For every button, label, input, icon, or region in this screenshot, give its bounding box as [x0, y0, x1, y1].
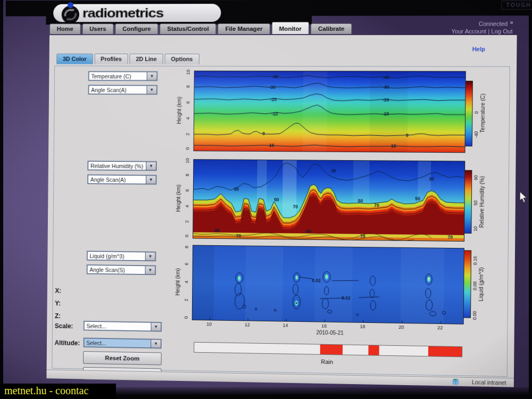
y-coordinate-label: Y:: [55, 300, 61, 307]
colorbar-tick: 0.00: [472, 311, 477, 320]
colorbar-tick: 10: [472, 226, 478, 231]
plot2-ytick: 6: [185, 189, 190, 192]
log-out-link[interactable]: Log Out: [491, 28, 512, 35]
rain-label: Rain: [321, 359, 333, 365]
security-zone-label: Local intranet: [472, 379, 506, 386]
plot3-parameter-value: Liquid (g/m^3): [87, 251, 145, 261]
temperature-heatmap[interactable]: -40-40-30-30-20-20-10-10001010: [193, 71, 466, 153]
nav-tab[interactable]: Calibrate: [311, 23, 352, 34]
rain-segment: [428, 346, 462, 356]
nav-tab[interactable]: File Manager: [218, 23, 270, 34]
altitude-select[interactable]: Select... ▼: [83, 337, 162, 348]
colorbar-tick: 0.16: [472, 256, 478, 265]
time-tick: 22: [437, 325, 443, 330]
plot3-ytick: 2: [184, 298, 189, 301]
view-subtab[interactable]: 2D Line: [130, 54, 163, 64]
logo-bar: radiometrics: [46, 0, 312, 24]
plot2-scan-value: Angle Scan(A): [88, 175, 146, 185]
plot1-ytick: 4: [185, 117, 190, 120]
main-nav-tabs: HomeUsersConfigureStatus/ControlFile Man…: [49, 23, 352, 34]
help-link[interactable]: Help: [472, 46, 485, 52]
plot1-ylabel: Height (km): [176, 97, 182, 124]
plot1-parameter-value: Temperature (C): [89, 71, 147, 80]
plot3-ytick: 0: [184, 316, 189, 319]
plot3-ylabel: Height (km): [174, 268, 180, 296]
colorbar-tick: 90: [473, 175, 478, 180]
plot2-ylabel: Height (km): [175, 185, 181, 212]
link-divider: |: [488, 28, 489, 35]
screen-content: TOUGH radiometrics HomeUsersConfigureSta…: [2, 0, 532, 399]
mouse-cursor: [519, 192, 528, 203]
plot3-colorbar-title: Liquid (g/m^3): [478, 267, 484, 301]
plot1-ytick: 0: [185, 147, 190, 150]
photo-of-screen: TOUGH radiometrics HomeUsersConfigureSta…: [0, 0, 532, 399]
scale-label: Scale:: [55, 322, 73, 330]
plot1-ytick: 10: [186, 70, 191, 75]
scale-value: Select...: [84, 321, 151, 331]
plot1-colorbar-title: Temperature (C): [479, 94, 486, 133]
liquid-heatmap[interactable]: 0.020.02: [192, 245, 464, 324]
time-tick: 12: [245, 322, 250, 327]
scale-select[interactable]: Select... ▼: [84, 321, 162, 332]
time-tick: 18: [360, 324, 365, 329]
plot2-ytick: 8: [185, 173, 190, 176]
plot2-ytick: 10: [185, 158, 190, 163]
plot2-parameter-select[interactable]: Relative Humidity (%) ▼: [87, 161, 157, 171]
view-subtab[interactable]: Options: [164, 54, 199, 64]
plot3-ytick: 6: [184, 263, 189, 265]
humidity-heatmap[interactable]: 30303050505070709090707070: [193, 159, 465, 242]
colorbar-tick: 50: [473, 201, 478, 206]
view-subtabs: 3D ColorProfiles2D LineOptions: [56, 54, 199, 64]
reset-zoom-button[interactable]: Reset Zoom: [83, 351, 162, 365]
altitude-label: Altitude:: [55, 339, 80, 347]
plot1-parameter-select[interactable]: Temperature (C) ▼: [88, 71, 158, 81]
dropdown-arrow-icon[interactable]: ▼: [146, 175, 156, 184]
x-coordinate-label: X:: [55, 287, 61, 295]
dropdown-arrow-icon[interactable]: ▼: [147, 72, 157, 81]
dropdown-arrow-icon[interactable]: ▼: [146, 161, 156, 170]
connection-status: Connected: [479, 21, 508, 27]
dropdown-arrow-icon[interactable]: ▼: [146, 85, 157, 94]
plot2-scan-select[interactable]: Angle Scan(A) ▼: [87, 174, 157, 185]
plot3-ytick: 8: [184, 246, 189, 248]
z-coordinate-label: Z:: [55, 312, 61, 320]
your-account-link[interactable]: Your Account: [451, 28, 486, 35]
plot1-yticks: 1086420: [185, 71, 192, 150]
view-subtab[interactable]: Profiles: [94, 54, 128, 64]
dropdown-arrow-icon[interactable]: ▼: [145, 252, 156, 261]
plot1-ytick: 8: [186, 85, 191, 88]
dropdown-arrow-icon[interactable]: ▼: [151, 322, 161, 331]
dropdown-arrow-icon[interactable]: ▼: [151, 339, 161, 348]
logo-plate: radiometrics: [53, 4, 221, 22]
nav-tab[interactable]: Monitor: [271, 22, 309, 34]
liquid-colorbar: [463, 250, 471, 318]
time-tick: 14: [282, 322, 288, 328]
view-subtab[interactable]: 3D Color: [56, 54, 93, 64]
nav-tab[interactable]: Configure: [115, 23, 158, 34]
dropdown-arrow-icon[interactable]: ▼: [145, 265, 155, 275]
plot1-ytick: 2: [185, 133, 190, 136]
plot1-scan-value: Angle Scan(A): [88, 85, 146, 94]
time-tick: 20: [398, 325, 404, 330]
colorbar-tick: 0: [473, 111, 479, 114]
plot1-scan-select[interactable]: Angle Scan(A) ▼: [88, 85, 157, 95]
globe-icon: [452, 378, 459, 385]
radiometrics-swirl-icon: [59, 1, 82, 26]
plot3-ytick: 4: [184, 280, 189, 283]
plot3-scan-select[interactable]: Angle Scan(S) ▼: [86, 264, 156, 276]
plot3-scan-value: Angle Scan(S): [87, 265, 145, 275]
nav-tab[interactable]: Status/Control: [160, 23, 216, 34]
rain-segment: [368, 345, 379, 355]
rain-segment: [320, 345, 343, 355]
plot1-ytick: 6: [185, 101, 190, 104]
plot3-parameter-select[interactable]: Liquid (g/m^3) ▼: [87, 251, 156, 261]
plot2-yticks: 1086420: [184, 159, 190, 237]
watermark-text: metnet.hu - coontac: [0, 384, 116, 399]
altitude-value: Select...: [84, 338, 151, 348]
logo-wordmark: radiometrics: [82, 6, 163, 21]
colorbar-tick: -40: [473, 131, 479, 138]
date-label: 2010-05-21: [316, 330, 344, 336]
plot2-ytick: 4: [185, 205, 190, 207]
nav-tab[interactable]: Home: [49, 23, 81, 34]
nav-tab[interactable]: Users: [82, 23, 114, 34]
